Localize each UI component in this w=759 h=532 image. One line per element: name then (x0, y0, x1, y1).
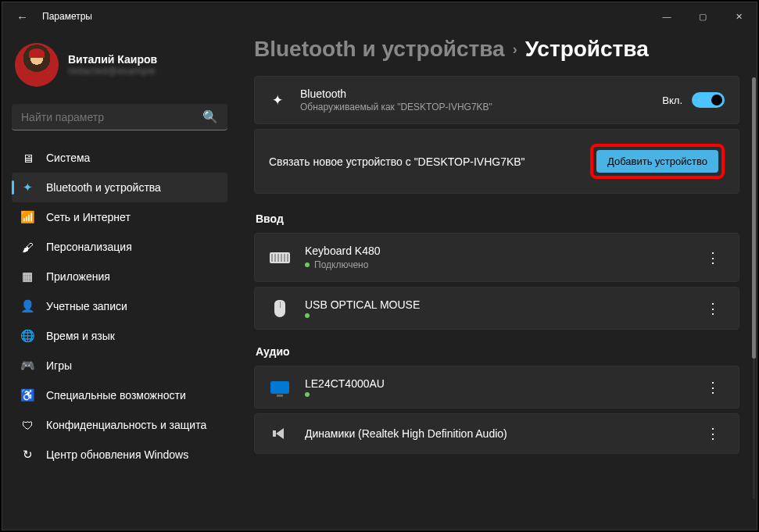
nav-label: Система (46, 152, 90, 164)
nav-label: Персонализация (46, 241, 132, 253)
window-controls: ― ▢ ✕ (649, 2, 757, 30)
accessibility-icon: ♿ (20, 387, 35, 403)
add-device-button[interactable]: Добавить устройство (596, 150, 718, 173)
more-options-button[interactable]: ⋮ (703, 425, 725, 442)
section-title-audio: Аудио (256, 345, 739, 358)
nav-label: Конфиденциальность и защита (46, 419, 206, 431)
globe-icon: 🌐 (20, 328, 35, 344)
nav-label: Сеть и Интернет (46, 211, 131, 223)
window-title: Параметры (42, 11, 92, 22)
device-name: Keyboard K480 (305, 245, 381, 257)
pair-label: Связать новое устройство с "DESKTOP-IVHG… (269, 155, 525, 168)
gamepad-icon: 🎮 (20, 358, 35, 373)
keyboard-icon (269, 249, 291, 266)
search-input[interactable] (21, 111, 202, 123)
brush-icon: 🖌 (20, 239, 35, 255)
user-email: redacted@example (68, 66, 157, 77)
titlebar: ← Параметры ― ▢ ✕ (2, 2, 757, 30)
shield-icon: 🛡 (20, 417, 35, 433)
device-row-mouse[interactable]: USB OPTICAL MOUSE ⋮ (254, 287, 739, 330)
bluetooth-toggle[interactable] (692, 92, 725, 108)
maximize-button[interactable]: ▢ (685, 2, 721, 30)
nav-system[interactable]: 🖥Система (12, 143, 227, 173)
nav-list: 🖥Система ✦Bluetooth и устройства 📶Сеть и… (12, 143, 227, 470)
device-name: LE24CT4000AU (305, 377, 385, 390)
mouse-icon (269, 300, 291, 317)
nav-label: Bluetooth и устройства (46, 181, 161, 194)
device-status: Подключено (305, 259, 381, 270)
user-icon: 👤 (20, 298, 35, 314)
bluetooth-subtitle: Обнаруживаемый как "DESKTOP-IVHG7KB" (300, 102, 492, 112)
user-name: Виталий Каиров (68, 53, 157, 66)
nav-label: Специальные возможности (46, 389, 186, 402)
user-profile[interactable]: Виталий Каиров redacted@example (12, 40, 227, 90)
nav-update[interactable]: ↻Центр обновления Windows (12, 440, 227, 470)
device-name: USB OPTICAL MOUSE (305, 298, 420, 311)
close-button[interactable]: ✕ (721, 2, 757, 30)
nav-label: Учетные записи (46, 300, 127, 312)
nav-time[interactable]: 🌐Время и язык (12, 321, 227, 351)
update-icon: ↻ (20, 447, 35, 462)
apps-icon: ▦ (20, 269, 35, 284)
speaker-icon (269, 425, 291, 442)
status-dot (305, 262, 310, 267)
breadcrumb-current: Устройства (525, 37, 649, 62)
device-status (305, 313, 420, 318)
nav-privacy[interactable]: 🛡Конфиденциальность и защита (12, 410, 227, 440)
bluetooth-icon: ✦ (20, 180, 35, 195)
breadcrumb-parent[interactable]: Bluetooth и устройства (254, 37, 505, 62)
scrollbar-thumb[interactable] (752, 77, 756, 359)
nav-label: Центр обновления Windows (46, 448, 188, 461)
nav-network[interactable]: 📶Сеть и Интернет (12, 202, 227, 232)
sidebar: Виталий Каиров redacted@example 🔍 🖥Систе… (2, 30, 237, 530)
search-icon: 🔍 (202, 109, 218, 124)
device-row-monitor[interactable]: LE24CT4000AU ⋮ (254, 366, 739, 409)
bluetooth-icon: ✦ (269, 92, 286, 109)
device-row-keyboard[interactable]: Keyboard K480 Подключено ⋮ (254, 233, 739, 282)
nav-gaming[interactable]: 🎮Игры (12, 351, 227, 380)
nav-label: Приложения (46, 270, 110, 283)
more-options-button[interactable]: ⋮ (703, 249, 725, 266)
toggle-state-label: Вкл. (662, 95, 682, 106)
nav-personalization[interactable]: 🖌Персонализация (12, 232, 227, 262)
device-row-speakers[interactable]: Динамики (Realtek High Definition Audio)… (254, 413, 739, 454)
status-dot (305, 313, 310, 318)
highlight-box: Добавить устройство (590, 144, 725, 179)
main-content: Bluetooth и устройства › Устройства ✦ Bl… (237, 30, 757, 530)
breadcrumb: Bluetooth и устройства › Устройства (254, 37, 739, 62)
nav-label: Игры (46, 359, 72, 372)
status-dot (305, 392, 310, 397)
back-button[interactable]: ← (12, 7, 33, 27)
nav-apps[interactable]: ▦Приложения (12, 262, 227, 291)
wifi-icon: 📶 (20, 209, 35, 225)
more-options-button[interactable]: ⋮ (703, 300, 725, 317)
search-box[interactable]: 🔍 (12, 104, 227, 130)
nav-accessibility[interactable]: ♿Специальные возможности (12, 380, 227, 410)
section-title-input: Ввод (256, 212, 739, 225)
device-status (305, 392, 385, 397)
device-name: Динамики (Realtek High Definition Audio) (305, 427, 507, 440)
nav-label: Время и язык (46, 330, 115, 342)
nav-accounts[interactable]: 👤Учетные записи (12, 291, 227, 321)
minimize-button[interactable]: ― (649, 2, 685, 30)
bluetooth-title: Bluetooth (300, 87, 492, 100)
pair-device-card: Связать новое устройство с "DESKTOP-IVHG… (254, 129, 739, 194)
system-icon: 🖥 (20, 150, 35, 166)
chevron-right-icon: › (513, 41, 517, 58)
bluetooth-toggle-card: ✦ Bluetooth Обнаруживаемый как "DESKTOP-… (254, 76, 739, 124)
more-options-button[interactable]: ⋮ (703, 379, 725, 396)
settings-window: ← Параметры ― ▢ ✕ Виталий Каиров redacte… (2, 2, 757, 530)
avatar (15, 43, 59, 87)
monitor-icon (269, 379, 291, 396)
nav-bluetooth[interactable]: ✦Bluetooth и устройства (12, 173, 227, 202)
